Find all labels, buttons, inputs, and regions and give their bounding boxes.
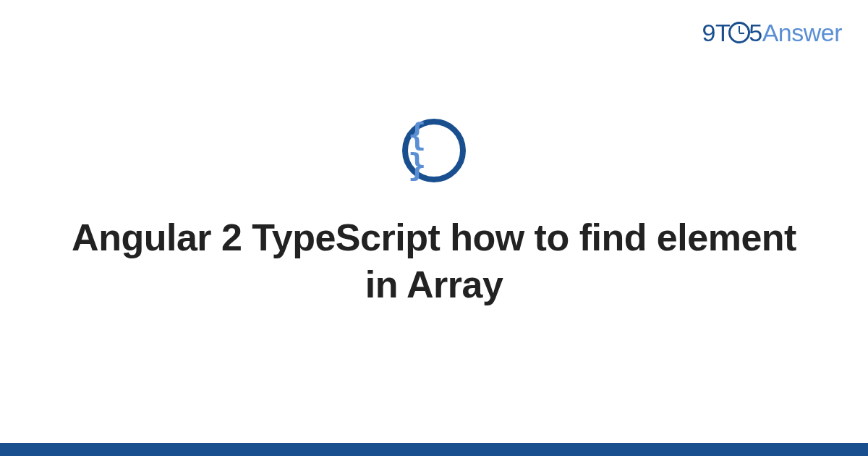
page-title: Angular 2 TypeScript how to find element…	[54, 214, 814, 308]
topic-icon-circle: { }	[402, 119, 466, 182]
main-content: { } Angular 2 TypeScript how to find ele…	[0, 0, 868, 456]
code-braces-icon: { }	[408, 120, 460, 181]
footer-bar	[0, 443, 868, 456]
